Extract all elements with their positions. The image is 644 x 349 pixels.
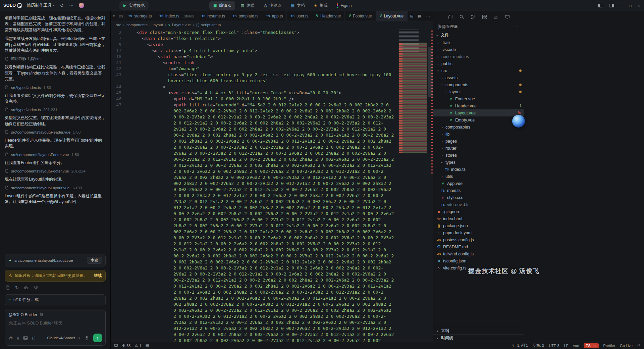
project-title-dropdown[interactable]: 简历制作工具 › bbox=[26, 3, 55, 8]
split-editor-icon[interactable]: ⊞ bbox=[410, 14, 414, 18]
file-reference-chip[interactable]: 简历制作工具\src bbox=[5, 56, 106, 61]
tree-folder-router[interactable]: ›router bbox=[433, 145, 524, 152]
avatar[interactable] bbox=[79, 3, 84, 8]
editor-tab-resume.ts[interactable]: TSresume.ts bbox=[198, 11, 229, 21]
image-icon[interactable] bbox=[23, 336, 28, 340]
breadcrumb-item-layout[interactable]: layout bbox=[153, 23, 163, 27]
code-text[interactable]: class="flex items-center px-3 py-2 text-… bbox=[126, 72, 395, 84]
code-braces-icon[interactable]: { } bbox=[32, 336, 35, 340]
tree-folder-assets[interactable]: ›assets bbox=[433, 74, 524, 81]
tree-folder-stores[interactable]: ›stores bbox=[433, 152, 524, 159]
code-text[interactable]: <div class="p-4 h-full overflow-y-auto"> bbox=[126, 48, 395, 54]
status-eslint[interactable]: ESLint bbox=[584, 343, 598, 348]
tree-file-Footer.vue[interactable]: VFooter.vue bbox=[433, 95, 524, 102]
line-number[interactable]: 17 bbox=[111, 48, 126, 54]
explorer-more-icon[interactable]: ⋯ bbox=[516, 24, 520, 29]
topbar-tab-文档[interactable]: ▤文档 bbox=[287, 1, 309, 10]
line-number[interactable]: 47 bbox=[111, 102, 126, 342]
tree-file-README.md[interactable]: ⓘREADME.md bbox=[433, 243, 524, 250]
tree-file-tsconfig.json[interactable]: ⚙tsconfig.json bbox=[433, 257, 524, 264]
topbar-tab-编辑器[interactable]: ▣编辑器 bbox=[209, 1, 235, 10]
line-number[interactable]: 7 bbox=[111, 36, 126, 42]
editor-layout-icon[interactable]: ▤ bbox=[418, 14, 422, 18]
tree-file-vite-env.d.ts[interactable]: TSvite-env.d.ts bbox=[433, 201, 524, 208]
tree-file-postcss.config.js[interactable]: JSpostcss.config.js bbox=[433, 236, 524, 243]
code-text[interactable]: <aside bbox=[126, 42, 395, 48]
files-icon[interactable] bbox=[448, 14, 453, 19]
tree-file-Header.vue[interactable]: VHeader.vue1 bbox=[433, 102, 524, 109]
editor-tab-app.ts[interactable]: TSapp.ts bbox=[262, 11, 287, 21]
tree-folder-types[interactable]: ›types bbox=[433, 159, 524, 166]
editor-scrollbar-thumb[interactable] bbox=[428, 47, 433, 97]
model-selector[interactable]: Claude-4-Sonnet ✦ bbox=[47, 336, 80, 340]
tree-folder-pages[interactable]: ›pages bbox=[433, 138, 524, 145]
mic-icon[interactable] bbox=[85, 336, 89, 340]
source-control-icon[interactable] bbox=[471, 14, 476, 19]
editor-tab-template.ts[interactable]: TStemplate.ts bbox=[229, 11, 262, 21]
task-progress-bar[interactable]: ≡ 5/10 任务完成 › bbox=[5, 294, 106, 305]
chat-message-list[interactable]: 项目脚手架已创建完成，现在需要继续开发。根据todo列表，基础配置已完成，当前正… bbox=[5, 12, 106, 253]
status-go-live[interactable]: Go Live bbox=[620, 344, 633, 348]
breadcrumb-item-src[interactable]: src bbox=[116, 23, 121, 27]
editor-tab-index.ts[interactable]: TSindex.ts...stores bbox=[156, 11, 198, 21]
code-text[interactable]: <svg class="w-4 h-4 mr-3" fill="currentC… bbox=[126, 90, 395, 96]
code-text[interactable]: <path d="M9 2a1 1 0 000 2h2a1 1 0 100-2H… bbox=[126, 96, 395, 102]
thumbs-down-icon[interactable] bbox=[34, 285, 38, 290]
debug-icon[interactable] bbox=[493, 14, 498, 19]
timeline-section[interactable]: › 时间线 bbox=[433, 334, 524, 342]
line-number[interactable]: 42 bbox=[111, 66, 126, 72]
editor-tab-storage.ts[interactable]: TSstorage.ts bbox=[124, 11, 156, 21]
tree-folder-components[interactable]: ›components bbox=[433, 81, 524, 88]
file-reference-chip[interactable]: src\types\index.ts201-231 bbox=[5, 107, 106, 112]
status-行-1-列-1[interactable]: 行 1, 列 1 bbox=[513, 343, 528, 348]
code-text[interactable]: <slot name="sidebar"> bbox=[126, 54, 395, 60]
line-number[interactable]: 45 bbox=[111, 90, 126, 96]
status-lf[interactable]: LF bbox=[564, 344, 569, 348]
problems-errors[interactable]: ⊗38 bbox=[122, 343, 130, 348]
code-text[interactable]: <router-link bbox=[126, 60, 395, 66]
hashtag-icon[interactable]: # bbox=[17, 336, 19, 341]
breadcrumb-item-Layout.vue[interactable]: VLayout.vue bbox=[168, 23, 191, 27]
tab-scroll-left-icon[interactable]: « bbox=[111, 11, 117, 21]
code-area[interactable]: 2<div class="min-h-screen flex flex-col"… bbox=[111, 29, 433, 342]
tree-folder-lib[interactable]: ›lib bbox=[433, 131, 524, 138]
tree-folder-composables[interactable]: ›composables bbox=[433, 123, 524, 131]
continue-button[interactable]: 继续 bbox=[94, 273, 102, 279]
close-button[interactable]: × bbox=[638, 3, 640, 8]
toggle-right-panel-icon[interactable] bbox=[609, 4, 614, 7]
line-number[interactable]: 43 bbox=[111, 72, 126, 84]
status-utf-8[interactable]: UTF-8 bbox=[549, 344, 559, 348]
status-空格-2[interactable]: 空格: 2 bbox=[533, 343, 544, 348]
line-number[interactable]: 2 bbox=[111, 30, 126, 36]
tree-folder-src[interactable]: ›src bbox=[433, 67, 524, 74]
code-text[interactable]: to="/manage" bbox=[126, 66, 395, 72]
bell-icon[interactable] bbox=[637, 344, 641, 348]
file-reference-chip[interactable]: src\types\index.ts1-50 bbox=[5, 85, 106, 90]
chat-input-box[interactable]: @SOLO Builder 您正在与 SOLO Builder 聊天 @ # {… bbox=[5, 309, 106, 346]
minimize-button[interactable]: ─ bbox=[620, 3, 623, 8]
file-reference-chip[interactable]: src\components\layout\Footer.vue1-50 bbox=[5, 152, 106, 157]
tree-folder-.vscode[interactable]: ›.vscode bbox=[433, 46, 524, 53]
topbar-tab-集成[interactable]: ◈集成 bbox=[310, 1, 331, 10]
extensions-icon[interactable] bbox=[482, 14, 487, 19]
editor-layout-status-icon[interactable]: ▤ bbox=[145, 343, 149, 348]
tree-folder-public[interactable]: ›public bbox=[433, 60, 524, 67]
breadcrumb-item-script setup[interactable]: { }script setup bbox=[196, 23, 221, 27]
outline-section[interactable]: › 大纲 bbox=[433, 327, 524, 334]
tree-file-Layout.vue[interactable]: VLayout.vue9+ bbox=[433, 109, 524, 116]
chevron-down-icon[interactable]: › bbox=[99, 299, 103, 301]
status-prettier[interactable]: Prettier bbox=[603, 344, 615, 348]
topbar-tab-Figma[interactable]: Figma bbox=[333, 1, 356, 10]
tree-file-package.json[interactable]: {}package.json bbox=[433, 222, 524, 229]
line-number[interactable]: 18 bbox=[111, 54, 126, 60]
tree-file-App.vue[interactable]: VApp.vue bbox=[433, 180, 524, 187]
line-number[interactable]: 41 bbox=[111, 60, 126, 66]
editor-tab-Header.vue[interactable]: VHeader.vue bbox=[312, 11, 345, 21]
editor-tab-es[interactable]: es bbox=[117, 11, 125, 21]
topbar-tab-终端[interactable]: ▥终端 bbox=[236, 1, 258, 10]
solo-logo[interactable]: SOLO bbox=[3, 3, 22, 8]
search-icon[interactable] bbox=[459, 14, 464, 19]
remote-status-icon[interactable] bbox=[114, 344, 118, 348]
regenerate-icon[interactable]: ↻ bbox=[15, 285, 19, 290]
minimap[interactable] bbox=[398, 29, 428, 342]
